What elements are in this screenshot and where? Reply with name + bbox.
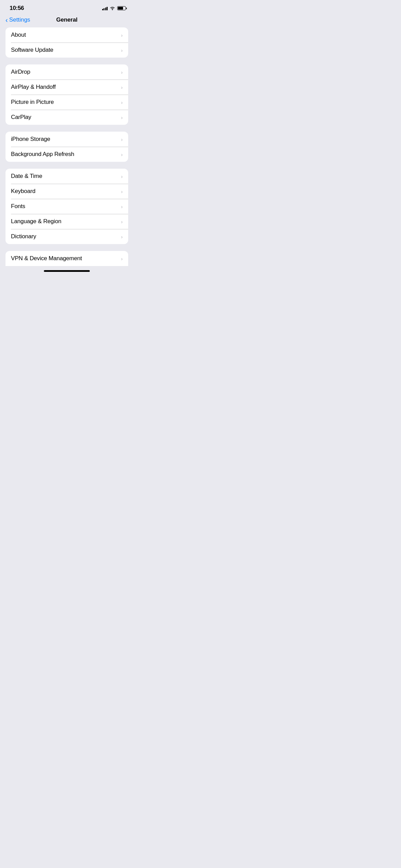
settings-row-airdrop[interactable]: AirDrop › <box>5 64 128 80</box>
settings-row-carplay[interactable]: CarPlay › <box>5 110 128 125</box>
signal-strength-icon <box>102 6 108 10</box>
carplay-label: CarPlay <box>11 114 31 121</box>
settings-group-1: About › Software Update › <box>5 27 128 58</box>
status-time: 10:56 <box>10 5 24 12</box>
settings-group-4: Date & Time › Keyboard › Fonts › Languag… <box>5 169 128 244</box>
back-chevron-icon: ‹ <box>5 16 8 23</box>
chevron-right-icon: › <box>121 85 123 90</box>
battery-icon <box>117 6 127 10</box>
chevron-right-icon: › <box>121 204 123 209</box>
chevron-right-icon: › <box>121 152 123 157</box>
software-update-label: Software Update <box>11 47 53 53</box>
dictionary-label: Dictionary <box>11 233 36 240</box>
fonts-label: Fonts <box>11 203 25 210</box>
iphone-storage-label: iPhone Storage <box>11 136 50 143</box>
language-region-label: Language & Region <box>11 218 61 225</box>
chevron-right-icon: › <box>121 137 123 142</box>
settings-row-dictionary[interactable]: Dictionary › <box>5 229 128 244</box>
status-icons <box>102 6 127 10</box>
airdrop-label: AirDrop <box>11 69 30 75</box>
page-title: General <box>56 16 77 23</box>
settings-row-date-time[interactable]: Date & Time › <box>5 169 128 184</box>
chevron-right-icon: › <box>121 33 123 38</box>
settings-row-language-region[interactable]: Language & Region › <box>5 214 128 229</box>
keyboard-label: Keyboard <box>11 188 35 195</box>
settings-row-background-app-refresh[interactable]: Background App Refresh › <box>5 147 128 162</box>
settings-group-3: iPhone Storage › Background App Refresh … <box>5 132 128 162</box>
settings-group-5-partial: VPN & Device Management › <box>5 251 128 266</box>
svg-point-0 <box>112 9 113 10</box>
picture-in-picture-label: Picture in Picture <box>11 99 54 106</box>
chevron-right-icon: › <box>121 189 123 194</box>
about-label: About <box>11 32 26 38</box>
airplay-handoff-label: AirPlay & Handoff <box>11 84 56 91</box>
back-label: Settings <box>9 16 30 23</box>
chevron-right-icon: › <box>121 70 123 75</box>
home-indicator <box>44 270 90 272</box>
settings-row-keyboard[interactable]: Keyboard › <box>5 184 128 199</box>
chevron-right-icon: › <box>121 256 123 261</box>
settings-row-airplay-handoff[interactable]: AirPlay & Handoff › <box>5 80 128 95</box>
status-bar: 10:56 <box>0 0 134 14</box>
chevron-right-icon: › <box>121 115 123 120</box>
chevron-right-icon: › <box>121 219 123 224</box>
chevron-right-icon: › <box>121 48 123 53</box>
chevron-right-icon: › <box>121 100 123 105</box>
settings-row-about[interactable]: About › <box>5 27 128 43</box>
vpn-device-management-label: VPN & Device Management <box>11 255 82 262</box>
wifi-icon <box>110 6 115 10</box>
settings-row-software-update[interactable]: Software Update › <box>5 43 128 58</box>
settings-row-fonts[interactable]: Fonts › <box>5 199 128 214</box>
settings-group-2: AirDrop › AirPlay & Handoff › Picture in… <box>5 64 128 125</box>
settings-row-picture-in-picture[interactable]: Picture in Picture › <box>5 95 128 110</box>
settings-content: About › Software Update › AirDrop › AirP… <box>0 27 134 266</box>
back-button[interactable]: ‹ Settings <box>5 16 30 23</box>
nav-header: ‹ Settings General <box>0 14 134 27</box>
chevron-right-icon: › <box>121 174 123 179</box>
background-app-refresh-label: Background App Refresh <box>11 151 74 158</box>
settings-row-iphone-storage[interactable]: iPhone Storage › <box>5 132 128 147</box>
chevron-right-icon: › <box>121 234 123 239</box>
settings-row-vpn-device-management[interactable]: VPN & Device Management › <box>5 251 128 266</box>
date-time-label: Date & Time <box>11 173 42 180</box>
home-indicator-area <box>0 266 134 275</box>
